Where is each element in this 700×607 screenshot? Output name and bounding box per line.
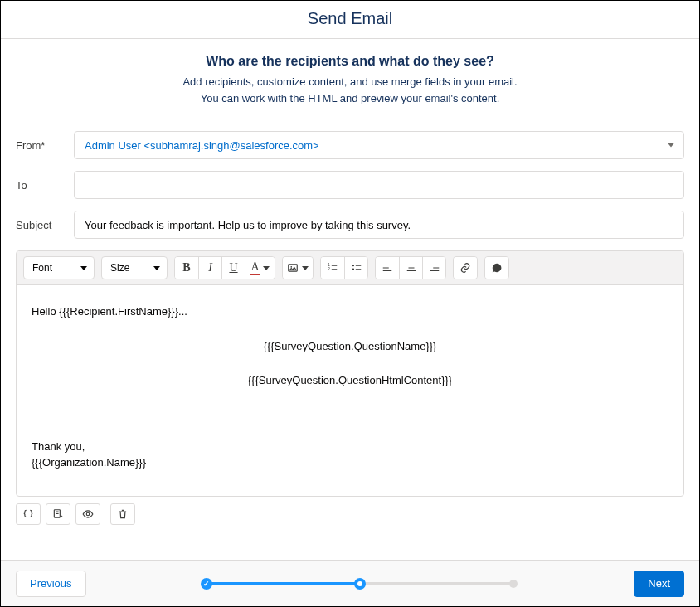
subject-row: Subject Your feedback is important. Help… <box>16 211 684 239</box>
svg-point-24 <box>86 512 90 516</box>
next-button[interactable]: Next <box>634 571 684 597</box>
align-center-button[interactable] <box>399 257 422 279</box>
chevron-down-icon <box>302 266 309 270</box>
svg-point-1 <box>290 266 292 268</box>
subject-input[interactable]: Your feedback is important. Help us to i… <box>74 211 684 239</box>
braces-icon <box>22 508 34 520</box>
svg-point-6 <box>352 265 353 266</box>
image-icon <box>287 262 299 274</box>
source-code-button[interactable] <box>16 503 41 525</box>
from-label: From* <box>16 139 74 152</box>
chevron-down-icon <box>263 266 270 270</box>
editor-footer-tools <box>16 503 684 525</box>
list-group: 12 <box>320 256 368 279</box>
subject-value: Your feedback is important. Help us to i… <box>85 219 411 231</box>
merge-group <box>484 256 509 279</box>
ordered-list-button[interactable]: 12 <box>321 257 344 279</box>
intro-line2: You can work with the HTML and preview y… <box>16 90 684 107</box>
size-select[interactable]: Size <box>101 256 168 279</box>
intro-line1: Add recipients, customize content, and u… <box>16 74 684 90</box>
numbered-list-icon: 12 <box>327 262 338 274</box>
from-row: From* Admin User <subhamraj.singh@salesf… <box>16 131 684 159</box>
align-left-icon <box>382 262 393 274</box>
link-icon <box>459 262 471 274</box>
chevron-down-icon <box>80 266 87 270</box>
size-select-label: Size <box>110 262 129 274</box>
image-group <box>282 256 314 279</box>
font-select-label: Font <box>32 262 52 274</box>
italic-button[interactable]: I <box>198 257 221 279</box>
align-right-button[interactable] <box>422 257 445 279</box>
align-group <box>375 256 446 279</box>
body-greeting: Hello {{{Recipient.FirstName}}}... <box>32 304 668 320</box>
font-select[interactable]: Font <box>23 256 95 279</box>
insert-image-button[interactable] <box>283 257 313 279</box>
to-row: To <box>16 171 684 199</box>
bullet-list-icon <box>351 262 362 274</box>
link-group <box>453 256 478 279</box>
link-button[interactable] <box>454 257 477 279</box>
align-right-icon <box>429 262 440 274</box>
from-select[interactable]: Admin User <subhamraj.singh@salesforce.c… <box>74 131 684 159</box>
to-label: To <box>16 179 74 192</box>
progress-indicator <box>86 575 634 592</box>
chat-icon <box>491 262 503 274</box>
intro-heading: Who are the recipients and what do they … <box>16 54 684 69</box>
chevron-down-icon <box>153 266 160 270</box>
body-question-html: {{{SurveyQuestion.QuestionHtmlContent}}} <box>32 372 668 389</box>
editor-toolbar: Font Size B I U A <box>17 251 683 285</box>
body-question-name: {{{SurveyQuestion.QuestionName}}} <box>32 338 668 355</box>
modal-title: Send Email <box>1 1 699 39</box>
from-value: Admin User <subhamraj.singh@salesforce.c… <box>85 139 319 152</box>
modal-content: Who are the recipients and what do they … <box>1 39 699 560</box>
subject-label: Subject <box>16 219 74 231</box>
progress-step-3[interactable] <box>509 580 518 588</box>
eye-icon <box>82 508 94 520</box>
text-style-group: B I U A <box>174 256 275 279</box>
progress-step-2[interactable] <box>354 578 366 590</box>
document-plus-icon <box>52 508 64 520</box>
delete-button[interactable] <box>110 503 135 525</box>
preview-button[interactable] <box>75 503 100 525</box>
progress-step-1[interactable] <box>201 578 212 590</box>
body-org: {{{Organization.Name}}} <box>32 454 668 471</box>
to-input[interactable] <box>74 171 684 199</box>
align-center-icon <box>406 262 417 274</box>
survey-question-button[interactable] <box>46 503 70 525</box>
bold-button[interactable]: B <box>175 257 198 279</box>
editor-body[interactable]: Hello {{{Recipient.FirstName}}}... {{{Su… <box>17 285 683 496</box>
intro-section: Who are the recipients and what do they … <box>16 54 684 106</box>
underline-button[interactable]: U <box>221 257 245 279</box>
trash-icon <box>117 508 129 520</box>
body-thanks: Thank you, <box>32 439 668 455</box>
previous-button[interactable]: Previous <box>16 571 86 597</box>
align-left-button[interactable] <box>376 257 399 279</box>
merge-field-button[interactable] <box>485 257 508 279</box>
svg-point-7 <box>352 269 353 270</box>
editor: Font Size B I U A <box>16 250 684 497</box>
unordered-list-button[interactable] <box>344 257 367 279</box>
svg-text:2: 2 <box>328 267 330 271</box>
modal-footer: Previous Next <box>1 560 699 606</box>
text-color-button[interactable]: A <box>245 257 275 279</box>
